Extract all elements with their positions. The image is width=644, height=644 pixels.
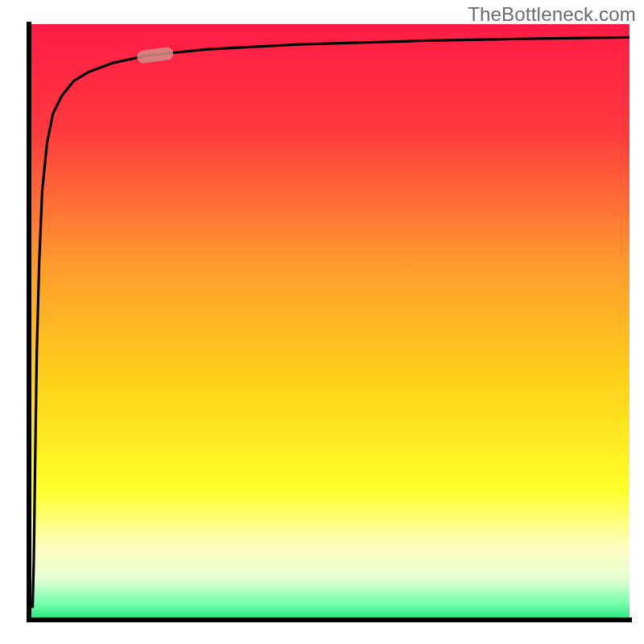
plot-background — [29, 24, 630, 620]
watermark-text: TheBottleneck.com — [468, 3, 636, 26]
chart-stage: TheBottleneck.com — [0, 0, 644, 644]
chart-svg — [0, 0, 644, 644]
